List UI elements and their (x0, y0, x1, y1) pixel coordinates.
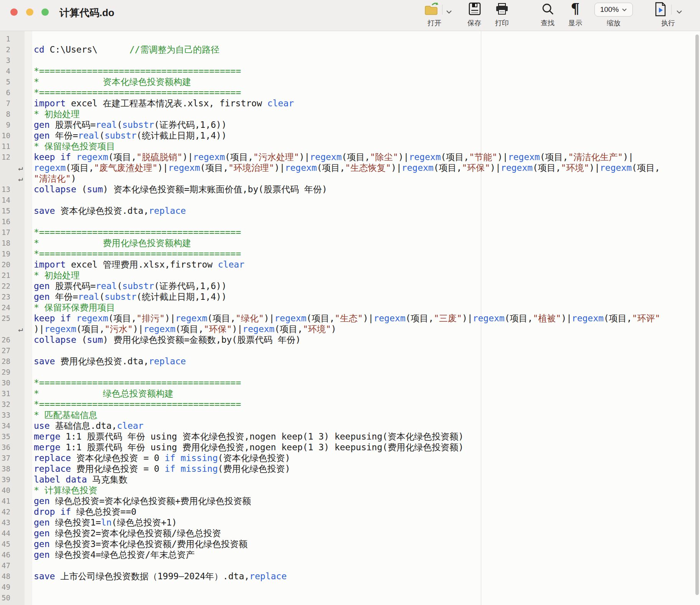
code-row[interactable]: ↵)|regexm(项目,"污水")|regexm(项目,"环保")|regex… (0, 324, 700, 334)
line-number: 21 (0, 270, 25, 281)
find-button-label[interactable]: 查找 (532, 18, 563, 28)
line-number: 49 (0, 582, 25, 592)
code-text: * 保留环保费用项目 (25, 302, 115, 313)
search-icon[interactable] (542, 3, 555, 17)
code-text: gen 股票代码=real(substr(证券代码,1,6)) (25, 281, 227, 291)
code-row[interactable]: 30*=====================================… (0, 377, 700, 388)
print-button-label[interactable]: 打印 (487, 18, 517, 28)
code-row[interactable]: 24* 保留环保费用项目 (0, 302, 700, 313)
code-row[interactable]: 43gen 绿色投资1=ln(绿色总投资+1) (0, 517, 700, 528)
code-row[interactable]: 47 (0, 560, 700, 571)
code-text: *====================================== (25, 227, 241, 238)
code-row[interactable]: 11* 保留绿色投资项目 (0, 141, 700, 152)
code-text: * 计算绿色投资 (25, 485, 97, 496)
code-row[interactable]: 28save 费用化绿色投资.dta,replace (0, 356, 700, 367)
code-row[interactable]: 48save 上市公司绿色投资数据（1999–2024年）.dta,replac… (0, 571, 700, 582)
code-row[interactable]: 20import excel 管理费用.xlsx,firstrow clear (0, 259, 700, 270)
line-number: 8 (0, 109, 25, 119)
code-row[interactable]: 49 (0, 582, 700, 592)
line-number: 24 (0, 302, 25, 313)
code-row[interactable]: 40* 计算绿色投资 (0, 485, 700, 496)
code-row[interactable]: 31* 绿色总投资额构建 (0, 388, 700, 399)
code-text: gen 绿色投资4=绿色总投资/年末总资产 (25, 549, 195, 560)
zoom-level-select[interactable]: 100% (594, 3, 633, 17)
code-row[interactable]: 32*=====================================… (0, 399, 700, 410)
code-row[interactable]: 23gen 年份=real(substr(统计截止日期,1,4)) (0, 291, 700, 302)
pilcrow-icon[interactable]: ¶ (571, 2, 580, 16)
open-button-label[interactable]: 打开 (419, 18, 450, 28)
code-text: *====================================== (25, 87, 241, 98)
vertical-scrollbar[interactable] (695, 35, 699, 595)
do-file-editor[interactable]: 12cd C:\Users\ //需调整为自己的路径34*===========… (0, 31, 700, 605)
code-row[interactable]: 25keep if regexm(项目,"排污")|regexm(项目,"绿化"… (0, 313, 700, 324)
code-text: )|regexm(项目,"污水")|regexm(项目,"环保")|regexm… (25, 324, 336, 334)
line-number: 15 (0, 205, 25, 216)
code-row[interactable]: 46gen 绿色投资4=绿色总投资/年末总资产 (0, 549, 700, 560)
minimize-button[interactable] (26, 8, 33, 16)
code-row[interactable]: 13collapse (sum) 资本化绿色投资额=期末账面价值,by(股票代码… (0, 184, 700, 195)
code-row[interactable]: 7import excel 在建工程基本情况表.xlsx, firstrow c… (0, 98, 700, 109)
code-row[interactable]: 22gen 股票代码=real(substr(证券代码,1,6)) (0, 281, 700, 291)
print-icon[interactable] (495, 3, 509, 17)
zoom-level-value: 100% (600, 5, 619, 14)
code-row[interactable]: 50 (0, 592, 700, 603)
code-row[interactable]: 27 (0, 345, 700, 356)
code-text: save 费用化绿色投资.dta,replace (25, 356, 186, 367)
line-number: 20 (0, 259, 25, 270)
show-button-label[interactable]: 显示 (560, 18, 591, 28)
code-row[interactable]: 42drop if 绿色总投资==0 (0, 506, 700, 517)
run-dropdown-chevron-icon[interactable] (676, 8, 682, 15)
run-button-label[interactable]: 执行 (653, 18, 683, 28)
code-row[interactable]: 26collapse (sum) 费用化绿色投资额=金额数,by(股票代码 年份… (0, 334, 700, 345)
open-folder-icon[interactable] (424, 2, 439, 18)
line-number: 22 (0, 281, 25, 291)
code-row[interactable]: 3 (0, 55, 700, 66)
zoom-chevron-icon (622, 8, 627, 12)
code-row[interactable]: 19*=====================================… (0, 248, 700, 259)
wrap-indicator: ↵ (0, 324, 25, 334)
close-button[interactable] (10, 8, 18, 16)
code-row[interactable]: 14 (0, 195, 700, 205)
code-row[interactable]: 9gen 股票代码=real(substr(证券代码,1,6)) (0, 119, 700, 130)
code-row[interactable]: 16 (0, 216, 700, 227)
code-row[interactable]: 8* 初始处理 (0, 109, 700, 119)
code-row[interactable]: 45gen 绿色投资3=资本化绿色投资额/费用化绿色投资额 (0, 539, 700, 549)
code-text: * 保留绿色投资项目 (25, 141, 115, 152)
code-text (25, 367, 34, 377)
code-row[interactable]: 2cd C:\Users\ //需调整为自己的路径 (0, 44, 700, 55)
code-row[interactable]: 6*====================================== (0, 87, 700, 98)
open-dropdown-chevron-icon[interactable] (446, 8, 452, 15)
line-number: 10 (0, 130, 25, 141)
code-text: collapse (sum) 费用化绿色投资额=金额数,by(股票代码 年份) (25, 334, 301, 345)
code-row[interactable]: 10gen 年份=real(substr(统计截止日期,1,4)) (0, 130, 700, 141)
code-row[interactable]: 37replace 资本化绿色投资 = 0 if missing(资本化绿色投资… (0, 453, 700, 463)
code-row[interactable]: 36merge 1:1 股票代码 年份 using 费用化绿色投资,nogen … (0, 442, 700, 453)
code-row[interactable]: 1 (0, 33, 700, 44)
code-row[interactable]: 12keep if regexm(项目,"脱硫脱销")|regexm(项目,"污… (0, 152, 700, 162)
code-row[interactable]: 21* 初始处理 (0, 270, 700, 281)
code-row[interactable]: 15save 资本化绿色投资.dta,replace (0, 205, 700, 216)
code-row[interactable]: 35merge 1:1 股票代码 年份 using 资本化绿色投资,nogen … (0, 431, 700, 442)
code-row[interactable]: 4*====================================== (0, 66, 700, 76)
code-text: save 上市公司绿色投资数据（1999–2024年）.dta,replace (25, 571, 287, 582)
code-row[interactable]: 38replace 费用化绿色投资 = 0 if missing(费用化绿色投资… (0, 463, 700, 474)
code-row[interactable]: ↵regexm(项目,"废气废渣处理")|regexm(项目,"环境治理")|r… (0, 162, 700, 173)
code-text: gen 年份=real(substr(统计截止日期,1,4)) (25, 130, 227, 141)
code-row[interactable]: 34use 基础信息.dta,clear (0, 420, 700, 431)
code-row[interactable]: 44gen 绿色投资2=资本化绿色投资额/绿色总投资 (0, 528, 700, 539)
code-row[interactable]: 29 (0, 367, 700, 377)
line-number: 32 (0, 399, 25, 410)
code-row[interactable]: 39label data 马克集数 (0, 474, 700, 485)
line-number: 28 (0, 356, 25, 367)
code-row[interactable]: 17*=====================================… (0, 227, 700, 238)
save-icon[interactable] (469, 2, 481, 17)
code-row[interactable]: 41gen 绿色总投资=资本化绿色投资额+费用化绿色投资额 (0, 496, 700, 506)
code-row[interactable]: 18* 费用化绿色投资额构建 (0, 238, 700, 248)
code-row[interactable]: 33* 匹配基础信息 (0, 410, 700, 420)
run-do-icon[interactable] (655, 2, 666, 18)
code-row[interactable]: ↵"清洁化") (0, 173, 700, 184)
code-row[interactable]: 5* 资本化绿色投资额构建 (0, 76, 700, 87)
save-button-label[interactable]: 保存 (459, 18, 490, 28)
maximize-button[interactable] (41, 8, 49, 16)
zoom-button-label[interactable]: 缩放 (598, 18, 629, 28)
